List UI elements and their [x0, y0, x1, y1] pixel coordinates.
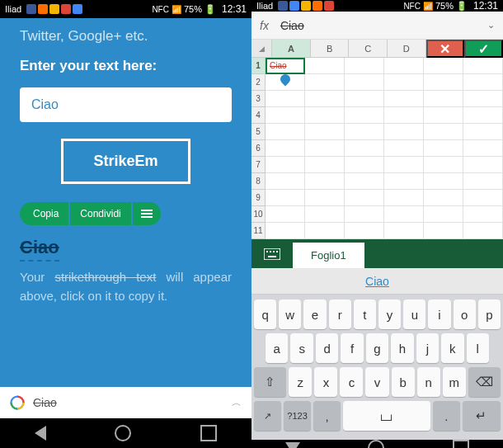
key-v[interactable]: v	[365, 367, 388, 397]
cell[interactable]	[266, 190, 305, 206]
shift-key[interactable]: ⇧	[254, 367, 286, 397]
row-header[interactable]: 4	[252, 107, 266, 124]
back-button[interactable]	[285, 442, 300, 448]
cell[interactable]	[266, 140, 305, 157]
key-b[interactable]: b	[392, 367, 415, 397]
cell[interactable]	[266, 206, 305, 223]
cell[interactable]	[345, 124, 384, 140]
cell[interactable]	[463, 91, 503, 107]
cell[interactable]	[384, 173, 424, 190]
cell[interactable]	[463, 58, 503, 74]
key-r[interactable]: r	[329, 299, 351, 329]
cell[interactable]	[345, 140, 384, 157]
cell[interactable]	[384, 190, 424, 206]
key-e[interactable]: e	[303, 299, 326, 329]
recent-button[interactable]	[453, 440, 469, 448]
col-header-c[interactable]: C	[349, 40, 388, 57]
cell[interactable]	[345, 58, 384, 74]
cell[interactable]	[384, 223, 424, 239]
row-header[interactable]: 9	[252, 190, 266, 206]
cell[interactable]	[424, 58, 463, 74]
cell[interactable]	[266, 173, 305, 190]
cell[interactable]	[463, 157, 503, 173]
cell[interactable]	[463, 223, 503, 239]
key-k[interactable]: k	[441, 333, 463, 363]
back-button[interactable]	[35, 426, 46, 441]
cell[interactable]	[463, 173, 503, 190]
cell[interactable]	[424, 157, 463, 173]
cell[interactable]	[384, 140, 424, 157]
key-o[interactable]: o	[454, 299, 476, 329]
cell[interactable]	[345, 107, 384, 124]
space-key[interactable]: ⌴	[343, 401, 430, 431]
browser-address-bar[interactable]: Ciao ︿	[0, 387, 252, 418]
row-header[interactable]: 11	[252, 223, 266, 239]
cell[interactable]	[305, 157, 345, 173]
cell-a1[interactable]: Ciao	[266, 58, 305, 74]
row-header[interactable]: 6	[252, 140, 266, 157]
key-i[interactable]: i	[428, 299, 450, 329]
cell[interactable]	[266, 157, 305, 173]
row-header[interactable]: 5	[252, 124, 266, 140]
key-q[interactable]: q	[254, 299, 276, 329]
strike-button[interactable]: StrikeEm	[61, 139, 190, 184]
suggestion-item[interactable]: Ciao	[365, 275, 389, 288]
keyboard-toggle-button[interactable]	[252, 239, 293, 268]
cell[interactable]	[345, 223, 384, 239]
cell[interactable]	[345, 173, 384, 190]
key-y[interactable]: y	[378, 299, 401, 329]
cell[interactable]	[345, 190, 384, 206]
share-button[interactable]: Condividi	[70, 202, 130, 225]
cell[interactable]	[424, 91, 463, 107]
key-s[interactable]: s	[290, 333, 313, 363]
cell[interactable]	[424, 173, 463, 190]
cell[interactable]	[305, 107, 345, 124]
cell[interactable]	[463, 107, 503, 124]
row-header[interactable]: 2	[252, 74, 266, 91]
cells-area[interactable]: Ciao	[266, 58, 503, 239]
cell[interactable]	[266, 124, 305, 140]
home-button[interactable]	[368, 440, 384, 448]
row-header[interactable]: 8	[252, 173, 266, 190]
cell[interactable]	[266, 91, 305, 107]
cell[interactable]	[305, 91, 345, 107]
cell[interactable]	[463, 140, 503, 157]
row-header[interactable]: 3	[252, 91, 266, 107]
recent-button[interactable]	[200, 425, 217, 441]
cell[interactable]	[384, 74, 424, 91]
comma-key[interactable]: ,	[313, 401, 341, 431]
cell[interactable]	[384, 91, 424, 107]
cell[interactable]	[345, 206, 384, 223]
enter-key[interactable]: ↵	[463, 401, 501, 431]
cell[interactable]	[266, 223, 305, 239]
cell[interactable]	[424, 107, 463, 124]
key-h[interactable]: h	[391, 333, 413, 363]
cell[interactable]	[305, 223, 345, 239]
cell[interactable]	[424, 223, 463, 239]
spreadsheet-grid[interactable]: 1 2 3 4 5 6 7 8 9 10 11 Ciao	[252, 58, 503, 239]
cell[interactable]	[384, 58, 424, 74]
cell[interactable]	[424, 206, 463, 223]
backspace-key[interactable]: ⌫	[468, 367, 501, 397]
cell[interactable]	[424, 140, 463, 157]
col-header-d[interactable]: D	[388, 40, 426, 57]
key-j[interactable]: j	[416, 333, 439, 363]
cell[interactable]	[424, 74, 463, 91]
cell[interactable]	[305, 58, 345, 74]
cell[interactable]	[305, 140, 345, 157]
key-n[interactable]: n	[417, 367, 440, 397]
numeric-key[interactable]: ?123	[284, 401, 311, 431]
col-header-a[interactable]: A	[272, 40, 311, 57]
cell[interactable]	[463, 74, 503, 91]
key-w[interactable]: w	[279, 299, 301, 329]
key-z[interactable]: z	[289, 367, 312, 397]
cell[interactable]	[424, 190, 463, 206]
confirm-button[interactable]: ✓	[464, 40, 503, 58]
result-text[interactable]: Ciao	[20, 237, 59, 262]
cell[interactable]	[345, 74, 384, 91]
cell[interactable]	[266, 107, 305, 124]
key-d[interactable]: d	[316, 333, 338, 363]
sheet-tab[interactable]: Foglio1	[293, 243, 364, 268]
cell[interactable]	[384, 157, 424, 173]
key-f[interactable]: f	[341, 333, 363, 363]
